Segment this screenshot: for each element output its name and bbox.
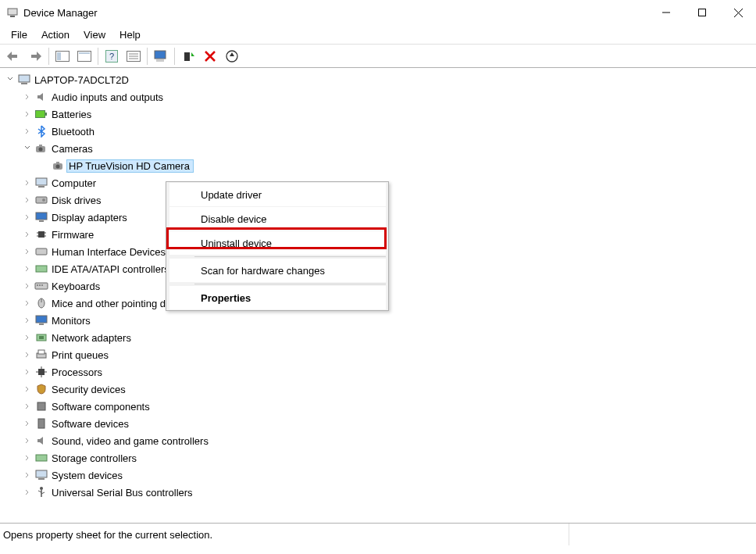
tree-root[interactable]: LAPTOP-7ADCLT2D [0, 71, 756, 88]
svg-rect-9 [31, 55, 37, 58]
svg-rect-45 [38, 231, 45, 238]
chevron-right-icon[interactable] [22, 94, 33, 100]
tree-node-sound[interactable]: Sound, video and game controllers [0, 432, 756, 449]
chevron-right-icon[interactable] [22, 300, 33, 306]
enable-button[interactable] [178, 46, 198, 66]
cm-disable-device[interactable]: Disable device [169, 207, 386, 231]
chevron-right-icon[interactable] [22, 197, 33, 203]
tree-node-monitors[interactable]: Monitors [0, 312, 756, 329]
chevron-down-icon[interactable] [22, 145, 33, 152]
context-menu: Update driver Disable device Uninstall d… [166, 181, 389, 311]
network-icon [34, 331, 48, 345]
svg-rect-0 [8, 9, 17, 15]
chevron-right-icon[interactable] [22, 231, 33, 238]
chevron-right-icon[interactable] [22, 352, 33, 358]
tree-node-bluetooth[interactable]: Bluetooth [0, 123, 756, 140]
tree-label: Audio inputs and outputs [50, 91, 163, 103]
computer-icon [17, 73, 31, 87]
menu-file[interactable]: File [5, 27, 34, 42]
svg-rect-69 [37, 402, 45, 410]
chevron-right-icon[interactable] [22, 386, 33, 392]
menu-help[interactable]: Help [113, 27, 147, 42]
close-button[interactable] [720, 0, 756, 25]
uninstall-button[interactable] [200, 46, 220, 66]
chevron-right-icon[interactable] [22, 214, 33, 220]
storage-icon [34, 451, 48, 465]
titlebar: Device Manager [0, 0, 756, 25]
chevron-right-icon[interactable] [22, 489, 33, 495]
chevron-right-icon[interactable] [22, 283, 33, 289]
tree-node-security[interactable]: Security devices [0, 381, 756, 398]
svg-rect-40 [38, 186, 45, 188]
chevron-right-icon[interactable] [22, 420, 33, 427]
chevron-right-icon[interactable] [22, 334, 33, 341]
processor-icon [34, 365, 48, 379]
cm-scan-hardware[interactable]: Scan for hardware changes [169, 259, 386, 282]
chevron-right-icon[interactable] [22, 455, 33, 461]
help-button[interactable]: ? [102, 46, 122, 66]
back-button[interactable] [3, 46, 23, 66]
monitor-icon [34, 313, 48, 327]
chevron-right-icon[interactable] [22, 472, 33, 478]
chevron-right-icon[interactable] [22, 438, 33, 444]
svg-rect-61 [39, 336, 44, 339]
tree-label: Cameras [50, 143, 93, 155]
cm-update-driver[interactable]: Update driver [169, 183, 386, 206]
tree-node-usb[interactable]: Universal Serial Bus controllers [0, 484, 756, 501]
action-button[interactable] [123, 46, 144, 66]
cm-properties[interactable]: Properties [169, 286, 386, 309]
menu-action[interactable]: Action [35, 27, 76, 42]
minimize-button[interactable] [648, 0, 684, 25]
tree-node-hp-camera[interactable]: HP TrueVision HD Camera [0, 157, 756, 174]
svg-rect-59 [39, 323, 44, 325]
tree-label: HP TrueVision HD Camera [67, 160, 193, 172]
svg-rect-29 [21, 83, 27, 84]
chevron-right-icon[interactable] [22, 111, 33, 117]
svg-rect-28 [19, 75, 30, 82]
bluetooth-icon [34, 124, 48, 138]
tree-node-processors[interactable]: Processors [0, 363, 756, 381]
chevron-right-icon[interactable] [22, 180, 33, 186]
chevron-right-icon[interactable] [22, 403, 33, 409]
properties-button[interactable] [74, 46, 94, 66]
chevron-right-icon[interactable] [22, 317, 33, 323]
tree-node-system[interactable]: System devices [0, 466, 756, 484]
forward-button[interactable] [25, 46, 45, 66]
battery-icon [34, 107, 48, 121]
tree-node-print-queues[interactable]: Print queues [0, 346, 756, 363]
svg-rect-44 [39, 220, 44, 222]
tree-node-sw-components[interactable]: Software components [0, 398, 756, 415]
scan-button[interactable] [151, 46, 171, 66]
svg-marker-27 [230, 52, 234, 56]
chevron-right-icon[interactable] [22, 128, 33, 134]
chevron-right-icon[interactable] [22, 369, 33, 375]
speaker-icon [34, 90, 48, 104]
context-menu-separator [194, 256, 386, 257]
context-menu-separator [194, 284, 386, 284]
update-driver-button[interactable] [222, 46, 242, 66]
svg-marker-23 [191, 52, 194, 56]
toolbar-separator [147, 48, 148, 65]
tree-node-audio[interactable]: Audio inputs and outputs [0, 88, 756, 105]
svg-rect-54 [39, 284, 41, 286]
tree-node-storage[interactable]: Storage controllers [0, 449, 756, 466]
chevron-right-icon[interactable] [22, 248, 33, 255]
tree-node-sw-devices[interactable]: Software devices [0, 415, 756, 432]
svg-rect-55 [41, 284, 43, 286]
svg-rect-11 [57, 52, 61, 60]
usb-icon [34, 485, 48, 499]
cm-uninstall-device[interactable]: Uninstall device [169, 231, 386, 255]
tree-node-network[interactable]: Network adapters [0, 329, 756, 346]
chevron-right-icon[interactable] [22, 266, 33, 272]
svg-point-42 [42, 198, 45, 202]
maximize-button[interactable] [684, 0, 720, 25]
statusbar: Opens property sheet for the current sel… [0, 524, 756, 545]
menu-view[interactable]: View [77, 27, 112, 42]
show-hide-console-button[interactable] [52, 46, 73, 66]
svg-rect-32 [45, 113, 47, 116]
svg-rect-51 [36, 266, 47, 272]
tree-node-batteries[interactable]: Batteries [0, 105, 756, 123]
tree-node-cameras[interactable]: Cameras [0, 140, 756, 157]
chevron-down-icon[interactable] [5, 77, 16, 83]
svg-rect-31 [36, 111, 45, 118]
